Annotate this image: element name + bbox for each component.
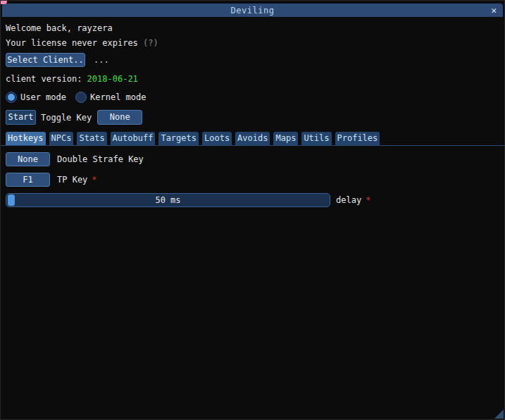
radio-dot-icon [77,94,85,101]
tp-key-button[interactable]: F1 [6,173,50,187]
tab-autobuff[interactable]: Autobuff [111,132,156,145]
client-path-ellipsis: ... [94,55,109,65]
tab-avoids[interactable]: Avoids [235,132,270,145]
select-client-button[interactable]: Select Client.. [6,53,85,67]
tab-maps[interactable]: Maps [273,132,298,145]
window-content: Welcome back, rayzera Your license never… [1,17,504,207]
client-version-label: client version: [6,74,87,84]
window-title: Deviling [231,6,275,16]
tab-targets[interactable]: Targets [158,132,199,145]
delay-label: delay [336,195,361,205]
tab-profiles[interactable]: Profiles [335,132,380,145]
double-strafe-key-button[interactable]: None [6,152,50,166]
app-window: Deviling ✕ Welcome back, rayzera Your li… [0,0,505,420]
tp-key-required-mark: * [92,175,96,185]
user-mode-label: User mode [20,92,66,102]
license-help[interactable]: (?) [143,38,158,48]
license-help-icon[interactable] [138,38,143,48]
tab-loots[interactable]: Loots [202,132,232,145]
toggle-key-label: Toggle Key [41,113,92,123]
radio-dot-icon [8,94,15,101]
client-version-value: 2018-06-21 [87,74,138,84]
title-bar[interactable]: Deviling ✕ [2,4,503,17]
close-icon[interactable]: ✕ [491,4,497,17]
resize-grip-icon[interactable] [494,409,504,419]
tab-hotkeys[interactable]: Hotkeys [6,132,46,145]
kernel-mode-radio[interactable] [75,92,87,103]
kernel-mode-label: Kernel mode [90,92,146,102]
welcome-text: Welcome back, rayzera [6,23,113,33]
delay-slider[interactable]: 50 ms [6,193,330,207]
start-button[interactable]: Start [6,110,36,125]
delay-required-mark: * [366,195,370,205]
double-strafe-key-label: Double Strafe Key [57,154,144,164]
license-text: Your license never expires [6,38,138,48]
tp-key-label: TP Key [57,175,87,185]
toggle-key-button[interactable]: None [97,110,142,125]
delay-value: 50 ms [6,194,330,206]
user-mode-radio[interactable] [6,92,17,103]
tab-stats[interactable]: Stats [77,132,106,145]
tab-bar: Hotkeys NPCs Stats Autobuff Targets Loot… [1,132,504,146]
tab-npcs[interactable]: NPCs [49,132,74,145]
tab-utils[interactable]: Utils [301,132,331,145]
